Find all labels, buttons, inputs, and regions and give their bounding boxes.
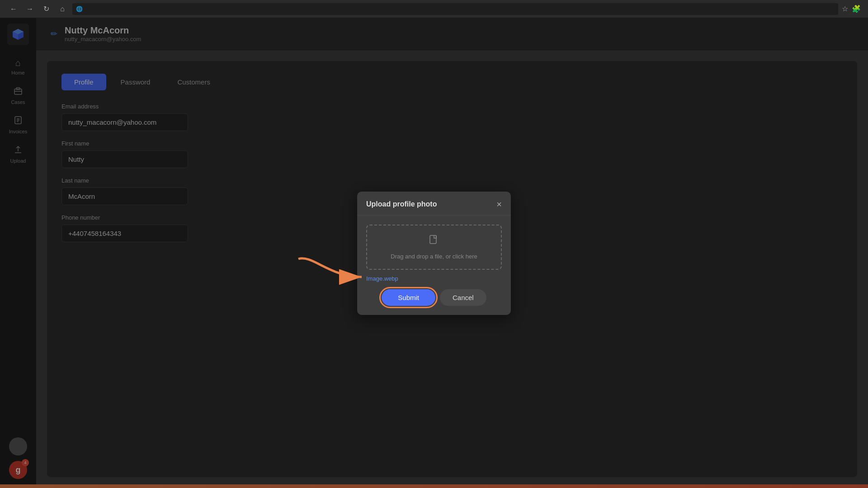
back-button[interactable]: ← bbox=[7, 3, 20, 15]
selected-file-name: Image.webp bbox=[366, 275, 502, 282]
modal-actions: Submit Cancel bbox=[366, 289, 502, 306]
dropzone-text: Drag and drop a file, or click here bbox=[391, 253, 477, 260]
reload-button[interactable]: ↻ bbox=[40, 3, 52, 15]
forward-button[interactable]: → bbox=[24, 3, 36, 15]
cancel-button[interactable]: Cancel bbox=[440, 289, 486, 306]
address-bar[interactable]: 🌐 bbox=[72, 3, 838, 15]
browser-chrome: ← → ↻ ⌂ 🌐 ☆ 🧩 bbox=[0, 0, 868, 18]
modal-title: Upload profile photo bbox=[366, 200, 437, 208]
globe-icon: 🌐 bbox=[76, 6, 83, 12]
modal-header: Upload profile photo × bbox=[357, 192, 511, 216]
bookmark-icon[interactable]: ☆ bbox=[842, 5, 848, 13]
modal-close-button[interactable]: × bbox=[496, 200, 502, 209]
browser-toolbar: ☆ 🧩 bbox=[842, 5, 861, 13]
extension-icon[interactable]: 🧩 bbox=[852, 5, 861, 13]
modal-body: Drag and drop a file, or click here Imag… bbox=[357, 216, 511, 315]
submit-button[interactable]: Submit bbox=[382, 289, 435, 306]
file-dropzone[interactable]: Drag and drop a file, or click here bbox=[366, 225, 502, 270]
svg-rect-9 bbox=[430, 235, 436, 244]
modal-overlay: Upload profile photo × Drag and drop a f… bbox=[0, 18, 868, 488]
home-button[interactable]: ⌂ bbox=[56, 3, 69, 15]
file-icon bbox=[428, 234, 440, 249]
upload-modal: Upload profile photo × Drag and drop a f… bbox=[357, 192, 511, 315]
